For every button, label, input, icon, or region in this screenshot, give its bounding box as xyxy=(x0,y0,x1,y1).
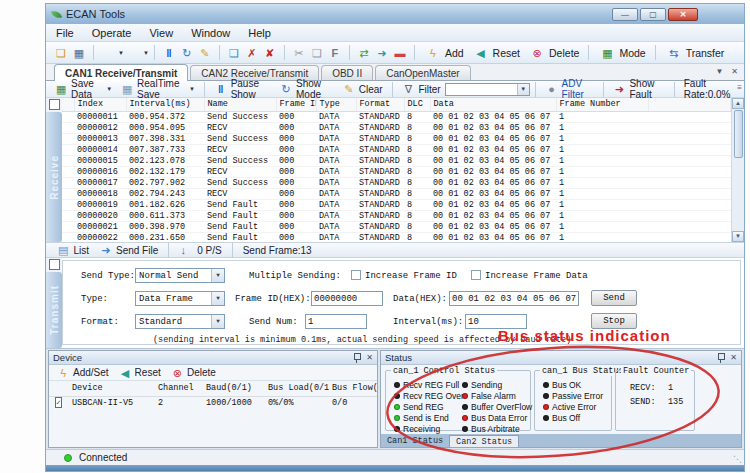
toolbar-overflow-button[interactable]: ≡ xyxy=(737,83,742,92)
row-selector[interactable] xyxy=(62,166,74,177)
transfer-button[interactable]: ⇆ Transfer xyxy=(661,45,729,61)
row-selector[interactable] xyxy=(62,144,74,155)
realtime-save-button[interactable]: ▦ RealTime Save ▼ xyxy=(116,78,199,100)
pin-icon[interactable] xyxy=(353,353,361,363)
table-row[interactable]: 00000021000.398.970Send Fault000DATASTAN… xyxy=(62,221,731,232)
save-icon[interactable]: ▦ xyxy=(72,45,86,61)
table-row[interactable]: 00000015002.123.078Send Success000DATAST… xyxy=(62,155,731,166)
table-row[interactable]: 00000014007.387.733RECV000DATASTANDARD80… xyxy=(62,144,731,155)
col-data[interactable]: Data xyxy=(430,98,556,111)
receive-side-tab[interactable]: Receive xyxy=(46,112,62,242)
send-file-button[interactable]: ➜ Send File xyxy=(94,242,163,258)
device-delete-button[interactable]: ⊗ Delete xyxy=(167,365,220,381)
vertical-scrollbar[interactable]: ▲ ▼ xyxy=(731,98,744,242)
col-bus-flow[interactable]: Bus Flow(0/1) xyxy=(329,381,377,396)
col-bus-load[interactable]: Bus Load(0/1) xyxy=(265,381,329,396)
remove-icon[interactable]: ▬ xyxy=(393,45,407,61)
table-row[interactable]: 00000022000.231.650Send Fault000DATASTAN… xyxy=(62,232,731,242)
vertical-scroll-thumb[interactable] xyxy=(734,110,743,158)
menu-view[interactable]: View xyxy=(149,27,173,39)
col-format[interactable]: Format xyxy=(356,98,404,111)
send-button[interactable]: Send xyxy=(591,290,637,306)
row-selector[interactable] xyxy=(62,122,74,133)
tab-can1-status[interactable]: Can1 Status xyxy=(381,435,449,447)
add-set-button[interactable]: ϟ Add/Set xyxy=(53,365,113,381)
table-row[interactable]: 00000012000.954.095RECV000DATASTANDARD80… xyxy=(62,122,731,133)
transmit-side-tab[interactable]: Transmit xyxy=(46,272,62,348)
send-num-input[interactable] xyxy=(305,314,367,329)
receive-collapse-box[interactable] xyxy=(49,99,60,110)
interval-input[interactable] xyxy=(465,314,527,329)
close-button[interactable]: ✕ xyxy=(668,8,698,21)
col-channel[interactable]: Channel xyxy=(155,381,203,396)
col-device[interactable]: Device xyxy=(69,381,155,396)
pause-show-button[interactable]: ‖ Pause Show xyxy=(210,78,275,100)
scroll-down-icon[interactable]: ▼ xyxy=(732,231,744,242)
transmit-collapse-box[interactable] xyxy=(49,259,60,270)
save-image-dropdown-icon[interactable]: ▼ xyxy=(143,50,149,56)
increase-frame-data-checkbox[interactable] xyxy=(471,270,481,280)
row-selector[interactable] xyxy=(62,155,74,166)
forward-icon[interactable]: ➜ xyxy=(375,45,389,61)
tab-can2-status[interactable]: Can2 Status xyxy=(449,435,519,447)
minimize-button[interactable]: — xyxy=(612,8,638,21)
menu-file[interactable]: File xyxy=(56,27,74,39)
tab-close-icon[interactable]: ✕ xyxy=(731,67,738,76)
copy-icon[interactable]: ❏ xyxy=(227,45,241,61)
delete-cross-icon[interactable]: ✘ xyxy=(263,45,277,61)
stop-button[interactable]: Stop xyxy=(591,313,637,329)
chevron-down-icon[interactable]: ▼ xyxy=(211,292,224,305)
filter-combobox[interactable]: ▼ xyxy=(445,83,530,96)
row-selector[interactable] xyxy=(62,188,74,199)
open-file-icon[interactable]: ❏ xyxy=(54,45,68,61)
save-data-dropdown-icon[interactable]: ▼ xyxy=(118,50,124,56)
type-combobox[interactable]: Data Frame ▼ xyxy=(135,291,225,306)
delete-button[interactable]: ⊗ Delete xyxy=(524,45,583,61)
menu-help[interactable]: Help xyxy=(248,27,271,39)
device-row[interactable]: ✓ USBCAN-II-V5 2 1000/1000 0%/0% 0/0 xyxy=(49,396,377,410)
table-row[interactable]: 00000017002.797.902Send Success000DATAST… xyxy=(62,177,731,188)
frame-id-input[interactable] xyxy=(311,291,383,306)
device-reset-button[interactable]: ◀ Reset xyxy=(115,365,165,381)
clear-button[interactable]: ✎ Clear xyxy=(338,81,387,97)
row-selector[interactable] xyxy=(62,221,74,232)
table-row[interactable]: 00000011000.954.372Send Success000DATAST… xyxy=(62,111,731,122)
device-checkbox[interactable]: ✓ xyxy=(55,397,62,408)
table-row[interactable]: 00000019001.182.626Send Fault000DATASTAN… xyxy=(62,199,731,210)
col-dlc[interactable]: DLC xyxy=(404,98,430,111)
data-hex-input[interactable] xyxy=(449,291,579,306)
add-button[interactable]: ϟ Add xyxy=(420,45,468,61)
increase-frame-id-checkbox[interactable] xyxy=(351,270,361,280)
table-row[interactable]: 00000013007.398.331Send Success000DATAST… xyxy=(62,133,731,144)
chevron-down-icon[interactable]: ▼ xyxy=(211,269,224,282)
paste-icon[interactable]: ❏ xyxy=(310,45,324,61)
reset-button[interactable]: ◀ Reset xyxy=(468,45,524,61)
close-icon[interactable]: ✕ xyxy=(730,353,737,362)
tab-dropdown-icon[interactable]: ▼ xyxy=(715,67,723,76)
list-button[interactable]: ▤ List xyxy=(51,242,94,258)
tab-canopenmaster[interactable]: CanOpenMaster xyxy=(375,65,470,80)
format-icon[interactable]: F xyxy=(328,45,342,61)
row-selector[interactable] xyxy=(62,133,74,144)
resize-grip[interactable]: ⋱ xyxy=(733,454,742,464)
menu-operate[interactable]: Operate xyxy=(92,27,132,39)
chevron-down-icon[interactable]: ▼ xyxy=(211,315,224,328)
loop-icon[interactable]: ⇄ xyxy=(357,45,371,61)
filter-dropdown-icon[interactable]: ▼ xyxy=(517,84,529,95)
row-selector[interactable] xyxy=(62,199,74,210)
show-mode-button[interactable]: ↻ Show Mode xyxy=(275,78,338,100)
table-row[interactable]: 00000018002.794.243RECV000DATASTANDARD80… xyxy=(62,188,731,199)
save-data-button[interactable]: ▦ Save Data ▼ xyxy=(50,78,116,100)
row-selector[interactable] xyxy=(62,210,74,221)
mode-button[interactable]: ▦ Mode xyxy=(594,45,649,61)
format-combobox[interactable]: Standard ▼ xyxy=(135,314,225,329)
menu-window[interactable]: Window xyxy=(191,27,230,39)
row-selector[interactable] xyxy=(62,232,74,242)
cut-icon[interactable]: ✂ xyxy=(292,45,306,61)
row-selector[interactable] xyxy=(62,177,74,188)
refresh-icon[interactable]: ↻ xyxy=(180,45,194,61)
clear-icon[interactable]: ✎ xyxy=(198,45,212,61)
pin-icon[interactable] xyxy=(717,353,725,363)
send-type-combobox[interactable]: Normal Send ▼ xyxy=(135,268,225,283)
adv-filter-button[interactable]: ● ADV Filter xyxy=(541,78,598,100)
